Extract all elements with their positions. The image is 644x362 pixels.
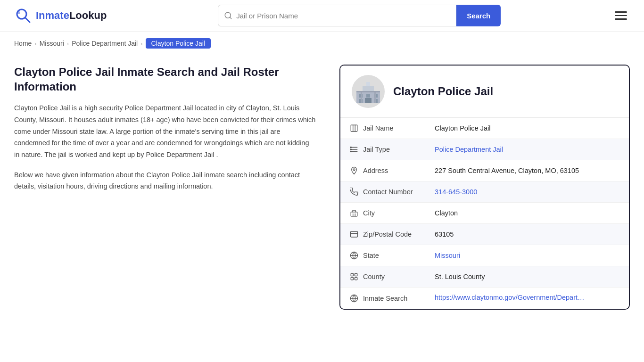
breadcrumb-home[interactable]: Home bbox=[14, 40, 32, 47]
svg-line-1 bbox=[25, 17, 30, 22]
table-row: City Clayton bbox=[340, 203, 629, 224]
field-label-jail-type: Jail Type bbox=[350, 145, 416, 154]
left-panel: Clayton Police Jail Inmate Search and Ja… bbox=[14, 65, 325, 310]
city-value: Clayton bbox=[425, 203, 629, 224]
logo-icon bbox=[14, 7, 32, 25]
inmate-link[interactable]: https://www.claytonmo.gov/Government/Dep… bbox=[435, 294, 586, 301]
svg-rect-7 bbox=[366, 82, 370, 86]
field-label-jail-name: Jail Name bbox=[350, 124, 416, 132]
state-value: Missouri bbox=[425, 245, 629, 266]
breadcrumb-sep3: › bbox=[140, 40, 142, 47]
card-header: Clayton Police Jail bbox=[340, 66, 629, 118]
breadcrumb-missouri[interactable]: Missouri bbox=[40, 40, 64, 47]
table-row: Contact Number 314-645-3000 bbox=[340, 181, 629, 203]
city-label: City bbox=[363, 209, 375, 217]
field-label-zip: Zip/Postal Code bbox=[350, 230, 416, 239]
contact-link[interactable]: 314-645-3000 bbox=[435, 188, 477, 196]
table-row: Jail Name Clayton Police Jail bbox=[340, 118, 629, 139]
jail-type-value: Police Department Jail bbox=[425, 139, 629, 160]
inmate-icon bbox=[350, 294, 358, 303]
svg-rect-30 bbox=[351, 231, 358, 237]
main-content: Clayton Police Jail Inmate Search and Ja… bbox=[0, 55, 644, 329]
table-row: County St. Louis County bbox=[340, 266, 629, 288]
info-card: Clayton Police Jail Jail Name bbox=[339, 65, 630, 310]
city-icon bbox=[350, 209, 358, 217]
phone-icon bbox=[350, 188, 358, 196]
table-row: Jail Type Police Department Jail bbox=[340, 139, 629, 160]
jail-avatar bbox=[352, 75, 385, 108]
info-table: Jail Name Clayton Police Jail bbox=[340, 118, 629, 309]
svg-point-24 bbox=[350, 149, 351, 150]
header: InmateLookup Search bbox=[0, 0, 644, 32]
description-paragraph1: Clayton Police Jail is a high security P… bbox=[14, 102, 316, 160]
inmate-value: https://www.claytonmo.gov/Government/Dep… bbox=[425, 288, 629, 309]
table-row: State Missouri bbox=[340, 245, 629, 266]
search-wrapper bbox=[218, 5, 456, 26]
search-area: Search bbox=[218, 5, 501, 26]
breadcrumb-sep1: › bbox=[34, 40, 36, 47]
card-title: Clayton Police Jail bbox=[393, 85, 493, 98]
breadcrumb-active: Clayton Police Jail bbox=[146, 38, 211, 49]
county-value: St. Louis County bbox=[425, 266, 629, 288]
breadcrumb-police-dept[interactable]: Police Department Jail bbox=[72, 40, 138, 47]
jail-type-label: Jail Type bbox=[363, 146, 390, 153]
svg-rect-6 bbox=[363, 86, 374, 91]
hamburger-line3 bbox=[615, 18, 627, 20]
svg-point-2 bbox=[17, 11, 20, 14]
svg-rect-14 bbox=[361, 91, 362, 103]
contact-value: 314-645-3000 bbox=[425, 181, 629, 203]
field-label-address: Address bbox=[350, 166, 416, 175]
jail-name-label: Jail Name bbox=[363, 124, 393, 132]
menu-button[interactable] bbox=[612, 8, 630, 23]
building-icon bbox=[354, 77, 382, 106]
breadcrumb: Home › Missouri › Police Department Jail… bbox=[0, 32, 644, 55]
description-paragraph2: Below we have given information about th… bbox=[14, 169, 316, 192]
field-label-inmate: Inmate Search bbox=[350, 294, 416, 303]
type-icon bbox=[350, 145, 358, 154]
svg-rect-37 bbox=[355, 278, 357, 280]
breadcrumb-sep2: › bbox=[67, 40, 69, 47]
address-value: 227 South Central Avenue, Clayton, MO, 6… bbox=[425, 160, 629, 181]
svg-rect-35 bbox=[355, 273, 357, 276]
state-icon bbox=[350, 251, 358, 260]
county-label: County bbox=[363, 273, 385, 280]
zip-label: Zip/Postal Code bbox=[363, 230, 412, 238]
logo-link[interactable]: InmateLookup bbox=[14, 7, 107, 25]
table-row: Inmate Search https://www.claytonmo.gov/… bbox=[340, 288, 629, 309]
svg-rect-17 bbox=[351, 125, 357, 132]
page-heading: Clayton Police Jail Inmate Search and Ja… bbox=[14, 65, 316, 94]
state-link[interactable]: Missouri bbox=[435, 252, 460, 259]
svg-rect-27 bbox=[351, 212, 357, 216]
field-label-city: City bbox=[350, 209, 416, 217]
jail-type-link[interactable]: Police Department Jail bbox=[435, 146, 503, 153]
county-icon bbox=[350, 272, 358, 281]
logo-text: InmateLookup bbox=[36, 9, 107, 22]
svg-rect-9 bbox=[366, 94, 370, 98]
inmate-label: Inmate Search bbox=[363, 295, 407, 302]
address-label: Address bbox=[363, 167, 388, 174]
right-panel: Clayton Police Jail Jail Name bbox=[339, 65, 630, 310]
field-label-contact: Contact Number bbox=[350, 188, 416, 196]
svg-rect-36 bbox=[351, 278, 353, 280]
table-row: Address 227 South Central Avenue, Clayto… bbox=[340, 160, 629, 181]
contact-label: Contact Number bbox=[363, 188, 413, 196]
field-label-state: State bbox=[350, 251, 416, 260]
search-input[interactable] bbox=[236, 12, 450, 20]
svg-line-4 bbox=[230, 17, 231, 18]
zip-icon bbox=[350, 230, 358, 239]
svg-point-23 bbox=[350, 147, 351, 148]
zip-value: 63105 bbox=[425, 224, 629, 245]
hamburger-line2 bbox=[615, 15, 627, 16]
jail-icon bbox=[350, 124, 358, 132]
svg-rect-15 bbox=[374, 91, 376, 103]
svg-rect-13 bbox=[365, 98, 372, 103]
search-button[interactable]: Search bbox=[456, 5, 501, 26]
field-label-county: County bbox=[350, 272, 416, 281]
svg-rect-16 bbox=[356, 91, 380, 92]
jail-name-value: Clayton Police Jail bbox=[425, 118, 629, 139]
hamburger-line1 bbox=[615, 11, 627, 13]
address-icon bbox=[350, 166, 358, 175]
svg-rect-34 bbox=[351, 273, 353, 276]
table-row: Zip/Postal Code 63105 bbox=[340, 224, 629, 245]
state-label: State bbox=[363, 252, 379, 259]
